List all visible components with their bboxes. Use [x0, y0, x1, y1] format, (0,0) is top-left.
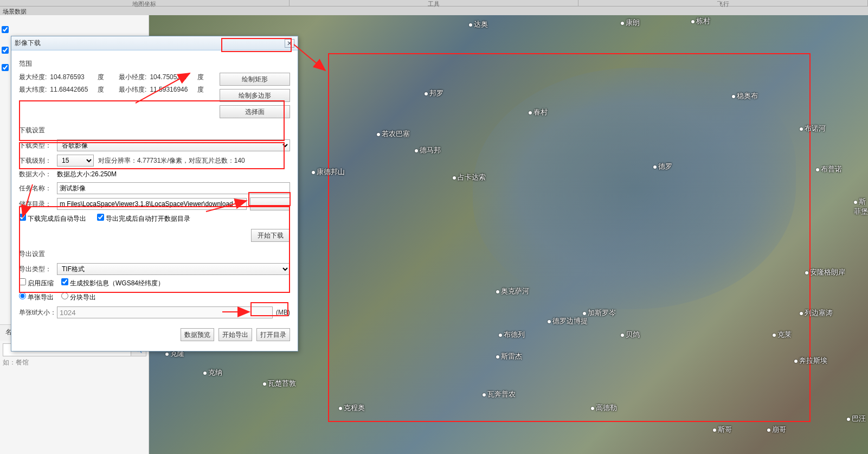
task-name-input[interactable] — [57, 182, 290, 194]
unit-degree: 度 — [98, 73, 104, 81]
map-place-label: 康朗 — [621, 18, 640, 28]
main-area: 达奥康朗栋村邦罗春村稳奥布若农巴塞布诺河德马邦德罗布普诺康德邦山占卡达索斯菲堡安… — [0, 15, 868, 454]
min-lat-value: 11.59316946 — [150, 86, 193, 93]
gen-projection-check[interactable]: 生成投影信息（WGS84经纬度） — [61, 278, 164, 288]
range-values: 最大经度: 104.876593 度 最小经度: 104.7505237 度 最… — [19, 73, 220, 118]
map-place-label: 瓦楚苔敦 — [263, 379, 296, 388]
topbar-tools[interactable]: 工具 — [290, 0, 579, 6]
map-place-label: 栋村 — [691, 16, 710, 26]
scene-data-label: 场景数据 — [3, 8, 27, 16]
auto-export-check[interactable]: 下载完成后自动导出 — [19, 214, 86, 223]
min-lon-label: 最小经度: — [119, 73, 148, 82]
enable-compress-check[interactable]: 启用压缩 — [19, 278, 54, 288]
map-selection-rect — [328, 53, 811, 422]
download-level-info: 对应分辨率：4.77731米/像素，对应瓦片总数：140 — [98, 156, 245, 165]
auto-open-dir-check[interactable]: 导出完成后自动打开数据目录 — [97, 214, 190, 223]
map-place-label: 克纳 — [203, 368, 222, 378]
map-place-label: 巴汪 — [847, 414, 866, 424]
draw-polygon-button[interactable]: 绘制多边形 — [220, 89, 290, 102]
max-lat-value: 11.68442665 — [50, 86, 93, 93]
download-type-label: 下载类型： — [19, 141, 57, 150]
data-size-label: 数据大小： — [19, 170, 57, 179]
single-export-radio[interactable]: 单张导出 — [19, 292, 54, 302]
min-lon-value: 104.7505237 — [150, 73, 193, 81]
min-lat-label: 最小纬度: — [119, 85, 148, 94]
export-settings-label: 导出设置 — [19, 250, 290, 259]
unit-degree: 度 — [98, 86, 104, 93]
map-place-label: 布普诺 — [816, 164, 842, 174]
range-group-label: 范围 — [19, 59, 290, 68]
download-settings-label: 下载设置 — [19, 126, 290, 135]
top-toolbar: 地图坐标 工具 飞行 — [0, 0, 868, 7]
tif-size-unit: (MB) — [276, 309, 290, 316]
map-place-label: 崩哥 — [767, 425, 786, 434]
start-download-button[interactable]: 开始下载 — [251, 229, 290, 242]
topbar-coords[interactable]: 地图坐标 — [0, 0, 290, 6]
download-level-select[interactable]: 15 — [57, 155, 94, 167]
unit-degree: 度 — [197, 86, 204, 93]
max-lon-label: 最大经度: — [19, 73, 48, 82]
image-download-dialog: 影像下载 ✕ 范围 最大经度: 104.876593 度 最小经度: 104.7… — [11, 36, 298, 351]
unit-degree: 度 — [197, 73, 204, 81]
layer-visibility-checkbox[interactable] — [2, 47, 9, 54]
save-dir-label: 储存目录： — [19, 200, 57, 209]
dialog-title: 影像下载 — [15, 39, 285, 48]
map-place-label: 达奥 — [469, 20, 488, 29]
map-place-label: 斯哥 — [713, 425, 732, 434]
max-lat-label: 最大纬度: — [19, 85, 48, 94]
layer-visibility-checkbox[interactable] — [2, 64, 9, 71]
select-face-button[interactable]: 选择面 — [220, 105, 290, 118]
start-export-button[interactable]: 开始导出 — [218, 328, 252, 341]
export-type-label: 导出类型： — [19, 265, 57, 274]
tif-size-input[interactable] — [57, 306, 273, 318]
block-export-radio[interactable]: 分块导出 — [61, 292, 96, 302]
draw-rectangle-button[interactable]: 绘制矩形 — [220, 73, 290, 86]
tif-size-label: 单张tif大小： — [19, 308, 57, 317]
download-level-label: 下载级别： — [19, 156, 57, 165]
dialog-titlebar[interactable]: 影像下载 ✕ — [11, 36, 298, 50]
map-place-label: 安隆格朗岸 — [805, 267, 845, 277]
open-dir-button[interactable]: 打开目录 — [256, 328, 290, 341]
download-type-select[interactable]: 谷歌影像 — [57, 139, 290, 151]
map-place-label: 斯菲堡 — [854, 197, 868, 216]
task-name-label: 任务名称： — [19, 184, 57, 193]
layer-visibility-checkbox[interactable] — [2, 26, 9, 33]
topbar-fly[interactable]: 飞行 — [578, 0, 868, 6]
close-icon[interactable]: ✕ — [285, 39, 294, 48]
browse-button[interactable]: ... — [250, 197, 290, 210]
export-type-select[interactable]: TIF格式 — [57, 263, 290, 275]
max-lon-value: 104.876593 — [50, 73, 93, 81]
save-dir-input[interactable] — [57, 198, 247, 210]
data-preview-button[interactable]: 数据预览 — [181, 328, 214, 341]
data-size-value: 数据总大小:26.250M — [57, 170, 117, 179]
search-hint: 如：餐馆 — [3, 358, 29, 367]
